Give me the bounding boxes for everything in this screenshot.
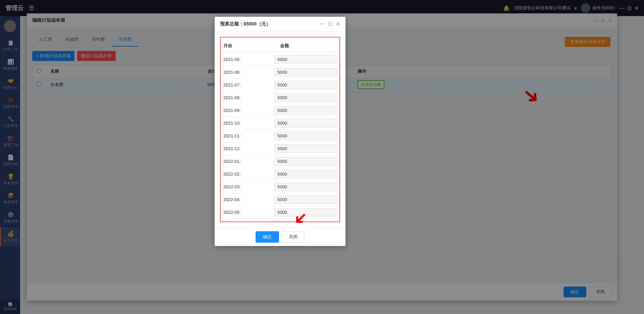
month-row-11: 2022-04:: [223, 193, 337, 206]
month-input-7[interactable]: [274, 144, 337, 153]
month-label-4: 2021-09:: [223, 108, 274, 113]
month-label-11: 2022-04:: [223, 197, 274, 202]
month-label-0: 2021-05:: [223, 57, 274, 62]
month-input-0[interactable]: [274, 55, 337, 64]
modal-title: 预算总额：65000（元）: [220, 21, 271, 27]
month-rows-container: 2021-05: 2021-06: 2021-07: 2021-08: 2021…: [223, 53, 337, 219]
modal-restore-icon[interactable]: ⊡: [328, 21, 332, 27]
col-month-header: 月份: [223, 43, 280, 49]
month-input-10[interactable]: [274, 183, 337, 191]
month-input-3[interactable]: [274, 93, 337, 102]
month-input-8[interactable]: [274, 157, 337, 166]
month-row-2: 2021-07:: [223, 79, 337, 91]
month-label-3: 2021-08:: [223, 95, 274, 100]
modal-minimize-icon[interactable]: —: [319, 21, 325, 27]
month-label-9: 2022-02:: [223, 172, 274, 177]
month-input-2[interactable]: [274, 81, 337, 89]
modal-footer: 确定 关闭: [215, 228, 345, 246]
modal-confirm-btn[interactable]: 确定: [256, 231, 279, 243]
month-label-6: 2021-11:: [223, 133, 274, 138]
month-row-8: 2022-01:: [223, 155, 337, 168]
month-row-5: 2021-10:: [223, 117, 337, 130]
month-row-12: 2022-05:: [223, 206, 337, 219]
modal-controls: — ⊡ ✕: [319, 21, 340, 27]
month-input-1[interactable]: [274, 68, 337, 76]
month-row-6: 2021-11:: [223, 130, 337, 142]
month-row-7: 2021-12:: [223, 142, 337, 155]
month-label-12: 2022-05:: [223, 210, 274, 215]
month-row-9: 2022-02:: [223, 168, 337, 181]
col-amount-header: 金额: [280, 43, 337, 49]
month-label-7: 2021-12:: [223, 146, 274, 151]
month-input-6[interactable]: [274, 132, 337, 140]
month-row-1: 2021-06:: [223, 66, 337, 79]
month-row-10: 2022-03:: [223, 181, 337, 193]
month-label-5: 2021-10:: [223, 121, 274, 126]
month-label-2: 2021-07:: [223, 82, 274, 87]
month-input-4[interactable]: [274, 106, 337, 115]
month-table-wrapper: 月份 金额 2021-05: 2021-06: 2021-07: 2021-08…: [220, 37, 340, 222]
month-input-5[interactable]: [274, 119, 337, 127]
modal-body: 月份 金额 2021-05: 2021-06: 2021-07: 2021-08…: [215, 32, 345, 228]
modal-close-icon[interactable]: ✕: [336, 21, 340, 27]
month-row-0: 2021-05:: [223, 53, 337, 66]
month-input-11[interactable]: [274, 195, 337, 204]
month-label-1: 2021-06:: [223, 70, 274, 75]
modal-close-btn[interactable]: 关闭: [282, 231, 305, 243]
month-label-10: 2022-03:: [223, 184, 274, 189]
modal-dialog: 预算总额：65000（元） — ⊡ ✕ 月份 金额 2021-05: 2021-…: [215, 17, 345, 246]
month-table-header: 月份 金额: [223, 40, 337, 52]
month-input-9[interactable]: [274, 170, 337, 178]
month-row-3: 2021-08:: [223, 91, 337, 104]
month-row-4: 2021-09:: [223, 104, 337, 117]
month-label-8: 2022-01:: [223, 159, 274, 164]
modal-header: 预算总额：65000（元） — ⊡ ✕: [215, 17, 345, 32]
